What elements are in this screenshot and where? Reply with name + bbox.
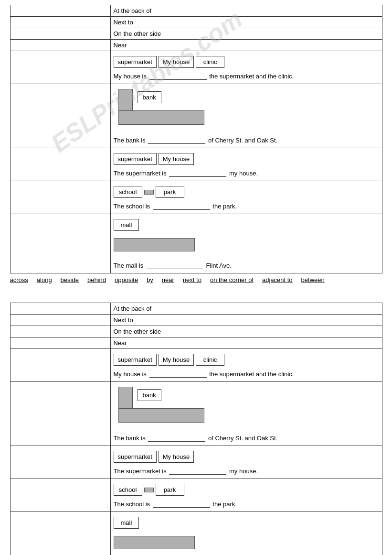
left-cell: [10, 181, 110, 214]
sentence-supermarket-2: The supermarket is my house.: [114, 466, 379, 477]
table-row-supermarket: supermarket My house The supermarket is …: [10, 148, 382, 181]
text-next-to: Next to: [114, 19, 133, 26]
sentence-between-2: My house is the supermarket and the clin…: [114, 369, 379, 380]
worksheet-1: At the back of Next to On the other side: [10, 5, 382, 283]
table-row-bank: bank The bank is of Cherry St. and Oak S…: [10, 84, 382, 148]
diagram-mall-2: mall: [114, 517, 214, 555]
box-clinic: clinic: [196, 56, 224, 68]
word-near[interactable]: near: [162, 276, 174, 283]
word-beside[interactable]: beside: [61, 276, 79, 283]
right-cell: At the back of: [110, 5, 382, 17]
word-behind[interactable]: behind: [87, 276, 106, 283]
text-at-back: At the back of: [114, 7, 152, 14]
diagram-school: school park: [114, 186, 379, 198]
right-cell-supermarket: supermarket My house The supermarket is …: [110, 148, 382, 181]
right-cell: On the other side: [110, 326, 382, 337]
sentence-school: The school is the park.: [114, 201, 379, 212]
right-cell: On the other side: [110, 28, 382, 40]
diagram-between: supermarket My house clinic: [114, 56, 379, 68]
box-supermarket-2: supermarket: [114, 153, 157, 165]
box-supermarket: supermarket: [114, 56, 157, 68]
left-cell: [10, 512, 110, 555]
diagram-school-2: school park: [114, 484, 379, 496]
blank-between[interactable]: [149, 79, 207, 80]
l-horizontal-2: [118, 408, 204, 423]
blank-supermarket[interactable]: [169, 176, 226, 177]
blank-bank-2[interactable]: [148, 441, 205, 442]
text-near: Near: [114, 42, 127, 49]
blank-school-2[interactable]: [153, 507, 210, 508]
box-my-house-b2: My house: [159, 354, 194, 366]
right-cell-bank: bank The bank is of Cherry St. and Oak S…: [110, 84, 382, 148]
box-mall: mall: [114, 219, 139, 231]
word-between[interactable]: between: [301, 276, 325, 283]
mall-bar: [114, 238, 195, 251]
table-row-bank-2: bank The bank is of Cherry St. and Oak S…: [10, 382, 382, 446]
left-cell: [10, 51, 110, 84]
left-cell: [10, 337, 110, 349]
word-on-corner[interactable]: on the corner of: [210, 276, 254, 283]
box-mall-2: mall: [114, 517, 139, 529]
right-cell-supermarket-2: supermarket My house The supermarket is …: [110, 446, 382, 479]
word-by[interactable]: by: [147, 276, 153, 283]
diagram-bank: bank: [114, 89, 209, 132]
table-row: Next to: [10, 315, 382, 326]
text-next-to-2: Next to: [114, 316, 133, 324]
sentence-supermarket: The supermarket is my house.: [114, 168, 379, 179]
word-along[interactable]: along: [37, 276, 52, 283]
right-cell: Near: [110, 40, 382, 51]
table-row-mall-2: mall The mall is Flint Ave.: [10, 512, 382, 555]
diagram-between-2: supermarket My house clinic: [114, 354, 379, 366]
right-cell-bank-2: bank The bank is of Cherry St. and Oak S…: [110, 382, 382, 446]
box-supermarket-b2: supermarket: [114, 354, 157, 366]
word-across[interactable]: across: [10, 276, 28, 283]
blank-supermarket-2[interactable]: [169, 474, 226, 475]
right-cell-school: school park The school is the park.: [110, 181, 382, 214]
right-cell: Near: [110, 337, 382, 349]
box-my-house: My house: [159, 56, 194, 68]
worksheet-section-2: At the back of Next to On the other side: [5, 303, 387, 555]
left-cell: [10, 326, 110, 337]
table-row: Near: [10, 40, 382, 51]
left-cell: [10, 446, 110, 479]
table-row-between-2: supermarket My house clinic My house is: [10, 349, 382, 382]
blank-between-2[interactable]: [149, 377, 207, 378]
blank-bank[interactable]: [148, 143, 205, 144]
text-other-side-2: On the other side: [114, 328, 161, 335]
left-cell: [10, 84, 110, 148]
word-adjacent[interactable]: adjacent to: [262, 276, 293, 283]
sentence-bank: The bank is of Cherry St. and Oak St.: [114, 135, 379, 146]
table-row: Near: [10, 337, 382, 349]
mall-bar-2: [114, 536, 195, 549]
right-cell-mall: mall The mall is Flint Ave.: [110, 214, 382, 273]
spacer: [5, 293, 387, 303]
left-cell: [10, 17, 110, 28]
left-cell: [10, 214, 110, 273]
table-row: On the other side: [10, 28, 382, 40]
text-other-side: On the other side: [114, 30, 161, 37]
word-next-to[interactable]: next to: [183, 276, 201, 283]
box-bank-2: bank: [138, 389, 161, 401]
l-horizontal: [118, 110, 204, 125]
left-cell: [10, 40, 110, 51]
table-row-school: school park The school is the park.: [10, 181, 382, 214]
diagram-mall: mall: [114, 219, 214, 257]
box-my-house-s2: My house: [159, 451, 194, 463]
sentence-mall: The mall is Flint Ave.: [114, 260, 379, 271]
table-row-mall: mall The mall is Flint Ave.: [10, 214, 382, 273]
left-cell: [10, 303, 110, 315]
table-row: On the other side: [10, 326, 382, 337]
blank-mall[interactable]: [146, 269, 203, 269]
right-cell-between: supermarket My house clinic My house is: [110, 51, 382, 84]
table-row: At the back of: [10, 303, 382, 315]
sentence-bank-2: The bank is of Cherry St. and Oak St.: [114, 433, 379, 444]
worksheet-section-1: ESLPrintables.com At the back of Next to: [5, 5, 387, 283]
left-cell: [10, 28, 110, 40]
word-opposite[interactable]: opposite: [115, 276, 138, 283]
left-cell: [10, 479, 110, 512]
word-bank-1: across along beside behind opposite by n…: [10, 273, 382, 283]
text-at-back-2: At the back of: [114, 305, 152, 312]
sentence-between: My house is the supermarket and the clin…: [114, 71, 379, 82]
right-cell: At the back of: [110, 303, 382, 315]
blank-school[interactable]: [153, 209, 210, 210]
